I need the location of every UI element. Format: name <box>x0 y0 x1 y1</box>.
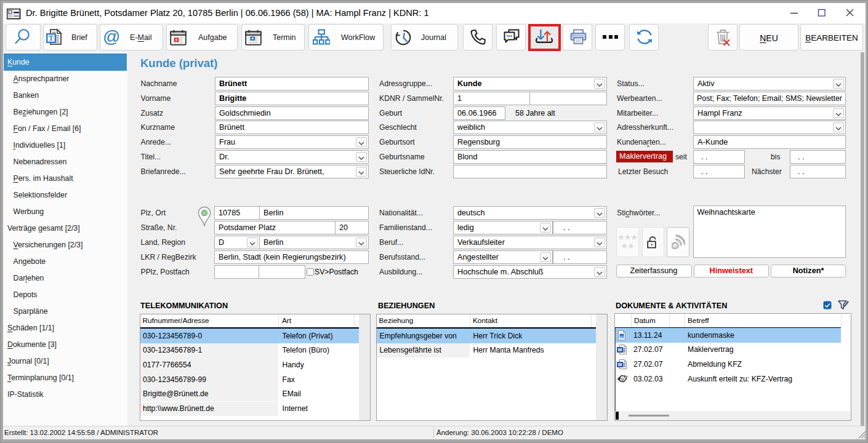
svg-text:W: W <box>617 362 622 367</box>
svg-text:T: T <box>49 34 54 42</box>
svg-text:W: W <box>617 347 622 353</box>
